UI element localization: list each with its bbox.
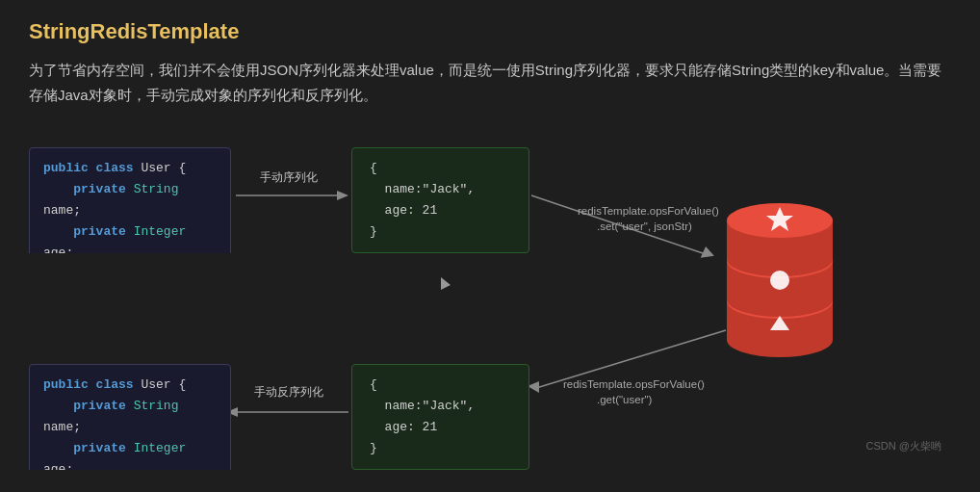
cursor-icon — [441, 277, 451, 290]
deserialize-label: 手动反序列化 — [254, 385, 323, 399]
top-arrow-head — [337, 191, 348, 200]
top-code-block: public class User { private String name;… — [29, 147, 231, 253]
top-template-line1: redisTemplate.opsForValue() — [578, 205, 719, 217]
serialize-label: 手动序列化 — [260, 170, 318, 184]
bottom-template-line2: .get("user") — [597, 394, 653, 405]
diagram-svg: public class User { private String name;… — [29, 128, 953, 455]
top-to-redis-arrowhead — [701, 246, 716, 263]
description-text: 为了节省内存空间，我们并不会使用JSON序列化器来处理value，而是统一使用S… — [29, 58, 951, 107]
top-template-line2: .set("user", jsonStr) — [597, 220, 692, 232]
bottom-template-line1: redisTemplate.opsForValue() — [563, 378, 705, 390]
watermark: CSDN @火柴哟 — [866, 439, 941, 453]
bottom-code-block: public class User { private String name;… — [29, 364, 231, 470]
diagram-container: public class User { private String name;… — [29, 128, 951, 459]
redis-circle-icon — [770, 271, 789, 290]
page-title: StringRedisTemplate — [29, 19, 951, 44]
bottom-json-block: { name:"Jack", age: 21 } — [351, 364, 529, 470]
top-json-block: { name:"Jack", age: 21 } — [351, 147, 529, 253]
